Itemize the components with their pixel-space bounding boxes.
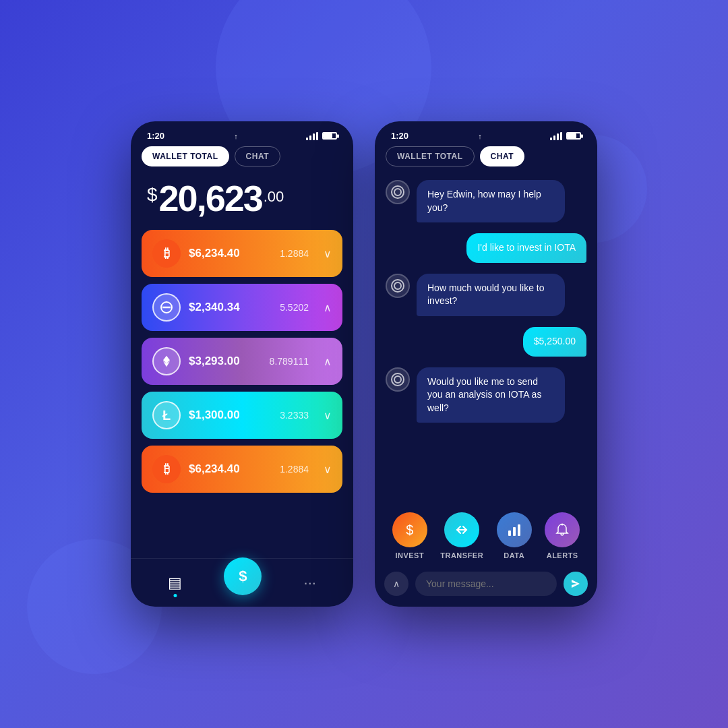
message-5: Would you like me to send you an analysi…	[386, 367, 586, 423]
phones-container: 1:20 ↑ WALLET TOTAL CHAT $	[131, 121, 597, 607]
main-amount: 20,623	[159, 180, 262, 216]
wallet-phone: 1:20 ↑ WALLET TOTAL CHAT $	[131, 121, 353, 607]
ltc-icon: Ł	[152, 401, 181, 429]
bot-bubble-1: Hey Edwin, how may I help you?	[417, 180, 565, 222]
expand-button[interactable]: ∧	[384, 572, 408, 596]
crypto-units-3: 8.789111	[270, 356, 309, 367]
status-bar-chat: 1:20 ↑	[375, 121, 597, 146]
crypto-amount-1: $6,234.40	[189, 247, 272, 260]
eth-icon	[152, 347, 181, 375]
signal-icon-chat	[550, 132, 562, 140]
svg-rect-6	[508, 530, 511, 536]
chat-messages: Hey Edwin, how may I help you? I'd like …	[375, 175, 597, 504]
svg-rect-8	[518, 524, 520, 536]
crypto-units-1: 1.2884	[280, 248, 309, 259]
transfer-label: TRANSFER	[440, 551, 483, 559]
alerts-icon	[545, 512, 580, 547]
time-chat: 1:20	[391, 131, 408, 141]
crypto-units-4: 3.2333	[280, 410, 309, 421]
wallet-nav-icon[interactable]: ▤	[168, 574, 182, 592]
arrow-chat: ↑	[478, 132, 482, 140]
svg-point-9	[562, 524, 564, 526]
status-right-wallet	[306, 132, 337, 140]
bot-avatar-1	[386, 180, 410, 204]
active-dot	[173, 594, 177, 597]
alerts-label: ALERTS	[547, 551, 578, 559]
dash-icon	[152, 293, 181, 322]
transfer-action[interactable]: TRANSFER	[440, 512, 483, 559]
chevron-down-icon-4: ∨	[324, 409, 332, 422]
crypto-units-5: 1.2884	[280, 464, 309, 475]
invest-icon: $	[392, 512, 427, 547]
data-icon	[497, 512, 532, 547]
bitcoin-icon-2: ₿	[152, 455, 181, 483]
bot-avatar-3	[386, 367, 410, 392]
battery-icon-chat	[566, 132, 581, 140]
user-bubble-1: I'd like to invest in IOTA	[466, 233, 586, 263]
dollar-fab-button[interactable]: $	[224, 557, 262, 595]
transfer-icon	[444, 512, 479, 547]
cents: .00	[264, 188, 284, 206]
message-2: I'd like to invest in IOTA	[386, 233, 586, 263]
send-button[interactable]	[564, 572, 588, 596]
crypto-cards-list: ₿ $6,234.40 1.2884 ∨ $2,340.34 5.5202 ∧	[131, 230, 353, 558]
message-4: $5,250.00	[386, 327, 586, 357]
crypto-card-bitcoin-1[interactable]: ₿ $6,234.40 1.2884 ∨	[142, 230, 342, 277]
status-bar-wallet: 1:20 ↑	[131, 121, 353, 146]
data-label: DATA	[504, 551, 524, 559]
chat-phone: 1:20 ↑ WALLET TOTAL CHAT	[375, 121, 597, 607]
chevron-down-icon-1: ∨	[324, 247, 332, 260]
chevron-down-icon-5: ∨	[324, 463, 332, 476]
tab-wallet-chat-phone[interactable]: WALLET TOTAL	[386, 146, 475, 166]
crypto-card-eth[interactable]: $3,293.00 8.789111 ∧	[142, 338, 342, 385]
crypto-card-dash[interactable]: $2,340.34 5.5202 ∧	[142, 284, 342, 331]
tab-chat-active[interactable]: CHAT	[480, 146, 524, 166]
data-action[interactable]: DATA	[497, 512, 532, 559]
wallet-total-section: $ 20,623 .00	[131, 175, 353, 230]
tab-chat-wallet[interactable]: CHAT	[235, 146, 280, 166]
invest-label: INVEST	[395, 551, 424, 559]
crypto-amount-4: $1,300.00	[189, 408, 272, 422]
crypto-amount-5: $6,234.40	[189, 462, 272, 476]
wallet-amount-row: $ 20,623 .00	[147, 180, 337, 216]
crypto-card-ltc[interactable]: Ł $1,300.00 3.2333 ∨	[142, 392, 342, 439]
svg-marker-2	[166, 356, 170, 364]
message-1: Hey Edwin, how may I help you?	[386, 180, 586, 222]
bot-bubble-3: Would you like me to send you an analysi…	[417, 367, 565, 423]
dollar-sign: $	[147, 184, 158, 206]
more-nav-icon[interactable]: ···	[304, 574, 316, 592]
quick-actions: $ INVEST TRANSFER	[375, 504, 597, 565]
tab-wallet-total[interactable]: WALLET TOTAL	[142, 146, 229, 166]
tab-bar-chat: WALLET TOTAL CHAT	[375, 146, 597, 175]
svg-rect-7	[513, 527, 516, 536]
chevron-up-icon-3: ∧	[324, 355, 332, 368]
bottom-nav-wallet: ▤ $ ···	[131, 558, 353, 607]
message-input-bar: ∧	[375, 565, 597, 607]
arrow-wallet: ↑	[234, 132, 238, 140]
user-bubble-2: $5,250.00	[523, 327, 586, 357]
battery-icon	[322, 132, 337, 140]
message-input[interactable]	[415, 572, 557, 596]
bitcoin-icon-1: ₿	[152, 239, 181, 268]
crypto-units-2: 5.5202	[280, 302, 309, 313]
alerts-action[interactable]: ALERTS	[545, 512, 580, 559]
invest-action[interactable]: $ INVEST	[392, 512, 427, 559]
crypto-amount-2: $2,340.34	[189, 301, 272, 314]
message-3: How much would you like to invest?	[386, 274, 586, 316]
status-right-chat	[550, 132, 581, 140]
time-wallet: 1:20	[147, 131, 164, 141]
signal-icon	[306, 132, 318, 140]
crypto-card-bitcoin-2[interactable]: ₿ $6,234.40 1.2884 ∨	[142, 446, 342, 493]
bot-avatar-2	[386, 274, 410, 298]
chevron-up-icon-2: ∧	[324, 301, 332, 314]
svg-marker-3	[163, 356, 166, 364]
tab-bar-wallet: WALLET TOTAL CHAT	[131, 146, 353, 175]
crypto-amount-3: $3,293.00	[189, 355, 262, 368]
svg-marker-10	[572, 580, 580, 588]
bot-bubble-2: How much would you like to invest?	[417, 274, 565, 316]
